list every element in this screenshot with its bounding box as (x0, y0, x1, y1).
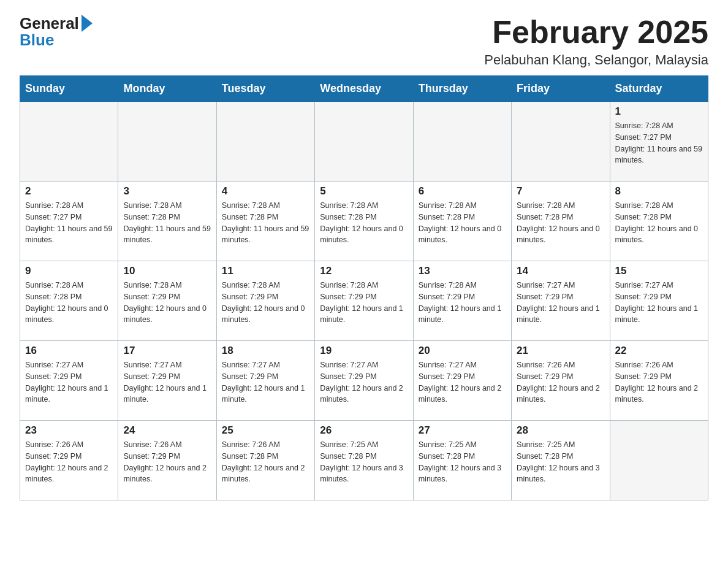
weekday-header-thursday: Thursday (413, 76, 511, 102)
day-info: Sunrise: 7:28 AM Sunset: 7:28 PM Dayligh… (123, 200, 211, 246)
day-info: Sunrise: 7:26 AM Sunset: 7:29 PM Dayligh… (25, 439, 113, 485)
calendar-cell: 24Sunrise: 7:26 AM Sunset: 7:29 PM Dayli… (118, 421, 216, 500)
day-info: Sunrise: 7:28 AM Sunset: 7:27 PM Dayligh… (615, 120, 703, 166)
calendar-cell: 9Sunrise: 7:28 AM Sunset: 7:28 PM Daylig… (20, 261, 118, 341)
day-info: Sunrise: 7:26 AM Sunset: 7:29 PM Dayligh… (517, 359, 604, 405)
calendar-cell: 15Sunrise: 7:27 AM Sunset: 7:29 PM Dayli… (610, 261, 708, 341)
day-info: Sunrise: 7:28 AM Sunset: 7:28 PM Dayligh… (25, 280, 113, 326)
calendar-week-row: 9Sunrise: 7:28 AM Sunset: 7:28 PM Daylig… (20, 261, 708, 341)
day-number: 17 (123, 345, 211, 357)
calendar-cell (315, 102, 413, 182)
calendar-header-row: SundayMondayTuesdayWednesdayThursdayFrid… (20, 76, 708, 102)
calendar-cell: 20Sunrise: 7:27 AM Sunset: 7:29 PM Dayli… (413, 341, 511, 421)
calendar-week-row: 2Sunrise: 7:28 AM Sunset: 7:27 PM Daylig… (20, 182, 708, 261)
day-info: Sunrise: 7:28 AM Sunset: 7:28 PM Dayligh… (615, 200, 703, 246)
calendar-cell: 11Sunrise: 7:28 AM Sunset: 7:29 PM Dayli… (216, 261, 314, 341)
day-info: Sunrise: 7:28 AM Sunset: 7:28 PM Dayligh… (419, 200, 506, 246)
weekday-header-friday: Friday (512, 76, 610, 102)
day-info: Sunrise: 7:25 AM Sunset: 7:28 PM Dayligh… (419, 439, 506, 485)
day-info: Sunrise: 7:28 AM Sunset: 7:28 PM Dayligh… (517, 200, 604, 246)
calendar-cell: 22Sunrise: 7:26 AM Sunset: 7:29 PM Dayli… (610, 341, 708, 421)
day-number: 11 (222, 265, 309, 277)
calendar-cell (20, 102, 118, 182)
day-info: Sunrise: 7:28 AM Sunset: 7:28 PM Dayligh… (320, 200, 408, 246)
calendar-cell: 6Sunrise: 7:28 AM Sunset: 7:28 PM Daylig… (413, 182, 511, 261)
day-number: 1 (615, 105, 703, 118)
page-header: General Blue February 2025 Pelabuhan Kla… (0, 0, 728, 75)
calendar-cell: 13Sunrise: 7:28 AM Sunset: 7:29 PM Dayli… (413, 261, 511, 341)
day-number: 6 (419, 185, 506, 197)
day-number: 13 (419, 265, 506, 277)
day-number: 10 (123, 265, 211, 277)
day-number: 15 (615, 265, 703, 277)
calendar-cell (610, 421, 708, 500)
day-number: 20 (419, 345, 506, 357)
weekday-header-wednesday: Wednesday (315, 76, 413, 102)
calendar-cell: 8Sunrise: 7:28 AM Sunset: 7:28 PM Daylig… (610, 182, 708, 261)
calendar-cell: 12Sunrise: 7:28 AM Sunset: 7:29 PM Dayli… (315, 261, 413, 341)
day-number: 22 (615, 345, 703, 357)
calendar-cell (216, 102, 314, 182)
calendar-week-row: 23Sunrise: 7:26 AM Sunset: 7:29 PM Dayli… (20, 421, 708, 500)
calendar-cell: 19Sunrise: 7:27 AM Sunset: 7:29 PM Dayli… (315, 341, 413, 421)
title-area: February 2025 Pelabuhan Klang, Selangor,… (484, 15, 708, 68)
day-info: Sunrise: 7:27 AM Sunset: 7:29 PM Dayligh… (25, 359, 113, 405)
day-number: 26 (320, 424, 408, 437)
calendar-week-row: 16Sunrise: 7:27 AM Sunset: 7:29 PM Dayli… (20, 341, 708, 421)
calendar-cell: 16Sunrise: 7:27 AM Sunset: 7:29 PM Dayli… (20, 341, 118, 421)
calendar-cell: 10Sunrise: 7:28 AM Sunset: 7:29 PM Dayli… (118, 261, 216, 341)
calendar-cell: 17Sunrise: 7:27 AM Sunset: 7:29 PM Dayli… (118, 341, 216, 421)
month-title: February 2025 (484, 15, 708, 50)
day-info: Sunrise: 7:27 AM Sunset: 7:29 PM Dayligh… (222, 359, 309, 405)
day-number: 24 (123, 424, 211, 437)
day-info: Sunrise: 7:28 AM Sunset: 7:29 PM Dayligh… (123, 280, 211, 326)
day-number: 23 (25, 424, 113, 437)
logo-arrow-icon (82, 15, 93, 32)
calendar-cell: 28Sunrise: 7:25 AM Sunset: 7:28 PM Dayli… (512, 421, 610, 500)
weekday-header-saturday: Saturday (610, 76, 708, 102)
day-number: 4 (222, 185, 309, 197)
calendar-cell: 18Sunrise: 7:27 AM Sunset: 7:29 PM Dayli… (216, 341, 314, 421)
calendar-cell: 26Sunrise: 7:25 AM Sunset: 7:28 PM Dayli… (315, 421, 413, 500)
day-info: Sunrise: 7:27 AM Sunset: 7:29 PM Dayligh… (517, 280, 604, 326)
logo-general-text: General (20, 15, 79, 31)
logo-blue-text: Blue (20, 32, 54, 48)
day-number: 12 (320, 265, 408, 277)
calendar-table: SundayMondayTuesdayWednesdayThursdayFrid… (20, 75, 708, 500)
calendar-cell: 5Sunrise: 7:28 AM Sunset: 7:28 PM Daylig… (315, 182, 413, 261)
day-number: 3 (123, 185, 211, 197)
day-info: Sunrise: 7:26 AM Sunset: 7:29 PM Dayligh… (123, 439, 211, 485)
day-number: 25 (222, 424, 309, 437)
day-info: Sunrise: 7:28 AM Sunset: 7:29 PM Dayligh… (222, 280, 309, 326)
day-info: Sunrise: 7:27 AM Sunset: 7:29 PM Dayligh… (123, 359, 211, 405)
day-info: Sunrise: 7:26 AM Sunset: 7:29 PM Dayligh… (615, 359, 703, 405)
day-number: 7 (517, 185, 604, 197)
calendar-cell (118, 102, 216, 182)
day-number: 27 (419, 424, 506, 437)
day-number: 2 (25, 185, 113, 197)
calendar-cell (512, 102, 610, 182)
weekday-header-sunday: Sunday (20, 76, 118, 102)
day-number: 28 (517, 424, 604, 437)
calendar-week-row: 1Sunrise: 7:28 AM Sunset: 7:27 PM Daylig… (20, 102, 708, 182)
logo: General Blue (20, 15, 93, 48)
calendar-cell: 27Sunrise: 7:25 AM Sunset: 7:28 PM Dayli… (413, 421, 511, 500)
day-info: Sunrise: 7:25 AM Sunset: 7:28 PM Dayligh… (320, 439, 408, 485)
location-title: Pelabuhan Klang, Selangor, Malaysia (484, 52, 708, 68)
day-info: Sunrise: 7:27 AM Sunset: 7:29 PM Dayligh… (615, 280, 703, 326)
day-info: Sunrise: 7:27 AM Sunset: 7:29 PM Dayligh… (419, 359, 506, 405)
day-number: 9 (25, 265, 113, 277)
calendar-cell: 1Sunrise: 7:28 AM Sunset: 7:27 PM Daylig… (610, 102, 708, 182)
weekday-header-monday: Monday (118, 76, 216, 102)
calendar-cell: 4Sunrise: 7:28 AM Sunset: 7:28 PM Daylig… (216, 182, 314, 261)
day-number: 8 (615, 185, 703, 197)
day-info: Sunrise: 7:28 AM Sunset: 7:29 PM Dayligh… (320, 280, 408, 326)
calendar-cell (413, 102, 511, 182)
calendar-cell: 23Sunrise: 7:26 AM Sunset: 7:29 PM Dayli… (20, 421, 118, 500)
day-info: Sunrise: 7:28 AM Sunset: 7:27 PM Dayligh… (25, 200, 113, 246)
day-number: 18 (222, 345, 309, 357)
day-info: Sunrise: 7:28 AM Sunset: 7:29 PM Dayligh… (419, 280, 506, 326)
weekday-header-tuesday: Tuesday (216, 76, 314, 102)
day-number: 5 (320, 185, 408, 197)
day-info: Sunrise: 7:27 AM Sunset: 7:29 PM Dayligh… (320, 359, 408, 405)
